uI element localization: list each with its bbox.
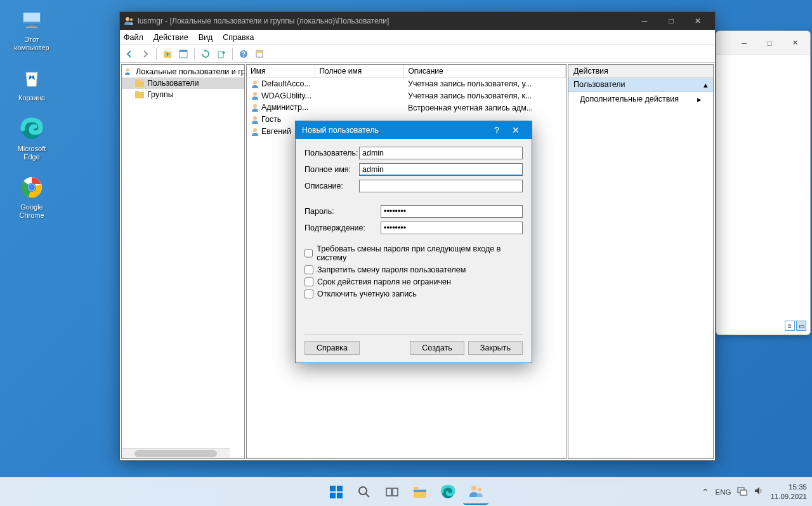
bg-minimize-button[interactable]: ─ [731, 34, 757, 53]
menu-view[interactable]: Вид [199, 33, 213, 42]
input-password[interactable] [381, 205, 523, 218]
svg-rect-33 [337, 493, 343, 498]
folder-icon [134, 79, 145, 88]
input-description[interactable] [359, 180, 523, 192]
column-fullname[interactable]: Полное имя [315, 65, 404, 78]
close-button[interactable]: Закрыть [468, 341, 523, 355]
input-user[interactable] [359, 147, 523, 159]
taskbar-edge-icon[interactable] [435, 479, 461, 505]
maximize-button[interactable]: □ [658, 17, 684, 25]
taskbar-taskview-icon[interactable] [379, 479, 405, 505]
tree-root[interactable]: Локальные пользователи и гру [122, 66, 244, 77]
svg-rect-40 [414, 490, 426, 492]
svg-point-29 [253, 128, 257, 132]
dialog-title: Новый пользователь [302, 126, 487, 135]
bg-maximize-button[interactable]: □ [757, 34, 782, 53]
menu-action[interactable]: Действие [154, 33, 188, 42]
desktop-icon-edge[interactable]: MicrosoftEdge [6, 116, 57, 161]
svg-point-25 [253, 81, 257, 84]
users-groups-icon [124, 67, 133, 76]
input-confirm[interactable] [381, 222, 523, 234]
desktop-icon-label: MicrosoftEdge [6, 145, 57, 161]
label-confirm: Подтверждение: [304, 223, 381, 232]
view-grid-icon[interactable]: ▭ [796, 321, 806, 331]
desktop-icon-chrome[interactable]: GoogleChrome [6, 174, 57, 220]
desktop-icon-this-pc[interactable]: Этоткомпьютер [6, 6, 57, 52]
svg-rect-3 [26, 27, 37, 28]
edge-icon [18, 116, 45, 142]
taskbar-lusrmgr-icon[interactable] [463, 479, 488, 505]
menu-file[interactable]: Файл [124, 33, 143, 42]
horizontal-scrollbar[interactable] [122, 448, 230, 458]
toolbar-refresh-icon[interactable] [199, 47, 213, 61]
label-disabled: Отключить учетную запись [317, 290, 417, 298]
window-titlebar[interactable]: lusrmgr - [Локальные пользователи и груп… [120, 12, 715, 30]
toolbar: ? [120, 45, 715, 63]
tray-chevron-icon[interactable]: ⌃ [702, 487, 709, 497]
actions-more[interactable]: Дополнительные действия ▸ [568, 92, 713, 107]
desktop-icon-label: Этоткомпьютер [6, 36, 57, 52]
checkbox-cannot-change[interactable] [304, 265, 313, 274]
toolbar-export-icon[interactable] [214, 47, 228, 61]
checkbox-must-change[interactable] [304, 249, 313, 258]
checkbox-disabled[interactable] [304, 290, 313, 298]
nav-back-button[interactable] [122, 47, 136, 61]
tray-network-icon[interactable] [737, 486, 747, 498]
tree-users[interactable]: Пользователи [122, 77, 244, 89]
dialog-titlebar[interactable]: Новый пользователь ? ✕ [296, 121, 532, 139]
svg-rect-19 [256, 51, 263, 53]
dialog-close-button[interactable]: ✕ [506, 125, 525, 135]
label-user: Пользователь: [304, 149, 359, 157]
user-row[interactable]: DefaultAcco...Учетная запись пользовател… [247, 78, 566, 90]
actions-context[interactable]: Пользователи ▴ [568, 78, 713, 92]
window-title: lusrmgr - [Локальные пользователи и груп… [138, 17, 631, 25]
menubar: Файл Действие Вид Справка [120, 30, 715, 45]
new-user-dialog: Новый пользователь ? ✕ Пользователь: Пол… [295, 121, 532, 363]
tray-clock[interactable]: 15:35 11.09.2021 [770, 483, 807, 501]
tray-volume-icon[interactable] [754, 486, 764, 498]
toolbar-up-icon[interactable] [160, 47, 174, 61]
svg-rect-14 [180, 50, 187, 52]
bg-close-button[interactable]: ✕ [782, 34, 808, 53]
toolbar-help-icon[interactable]: ? [237, 47, 251, 61]
toolbar-about-icon[interactable] [252, 47, 266, 61]
taskbar: ⌃ ENG 15:35 11.09.2021 [0, 477, 812, 506]
svg-point-20 [126, 69, 129, 72]
user-icon [251, 116, 259, 124]
svg-point-26 [253, 92, 257, 96]
start-button[interactable] [324, 479, 349, 505]
menu-help[interactable]: Справка [223, 33, 254, 42]
column-name[interactable]: Имя [247, 65, 315, 78]
column-description[interactable]: Описание [404, 65, 566, 78]
svg-rect-2 [29, 25, 35, 27]
user-row[interactable]: WDAGUtility...Учетная запись пользовател… [247, 90, 566, 102]
user-row[interactable]: Администр...Встроенная учетная запись ад… [247, 102, 566, 114]
taskbar-explorer-icon[interactable] [407, 479, 433, 505]
taskbar-search-icon[interactable] [351, 479, 377, 505]
actions-pane: Действия Пользователи ▴ Дополнительные д… [568, 64, 714, 459]
close-button[interactable]: ✕ [684, 17, 711, 25]
input-fullname[interactable] [359, 163, 523, 176]
toolbar-properties-icon[interactable] [176, 47, 190, 61]
tray-language[interactable]: ENG [716, 488, 731, 496]
navigation-tree: Локальные пользователи и гру Пользовател… [121, 64, 245, 459]
help-button[interactable]: Справка [304, 341, 360, 355]
svg-rect-45 [740, 490, 747, 495]
nav-forward-button[interactable] [138, 47, 152, 61]
monitor-icon [18, 6, 45, 33]
svg-point-10 [130, 18, 133, 21]
svg-point-27 [253, 104, 257, 108]
chevron-right-icon: ▸ [697, 95, 702, 104]
desktop-icon-recycle-bin[interactable]: Корзина [6, 65, 57, 102]
checkbox-never-expires[interactable] [304, 277, 313, 286]
view-list-icon[interactable]: ≡ [785, 321, 795, 331]
svg-text:?: ? [242, 51, 246, 58]
svg-rect-24 [135, 91, 139, 93]
user-icon [251, 80, 259, 89]
desktop-icon-label: GoogleChrome [6, 203, 57, 220]
minimize-button[interactable]: ─ [631, 17, 658, 25]
tree-groups[interactable]: Группы [122, 89, 244, 100]
lusrmgr-icon [124, 16, 134, 26]
dialog-help-button[interactable]: ? [487, 125, 506, 135]
create-button[interactable]: Создать [410, 341, 464, 355]
